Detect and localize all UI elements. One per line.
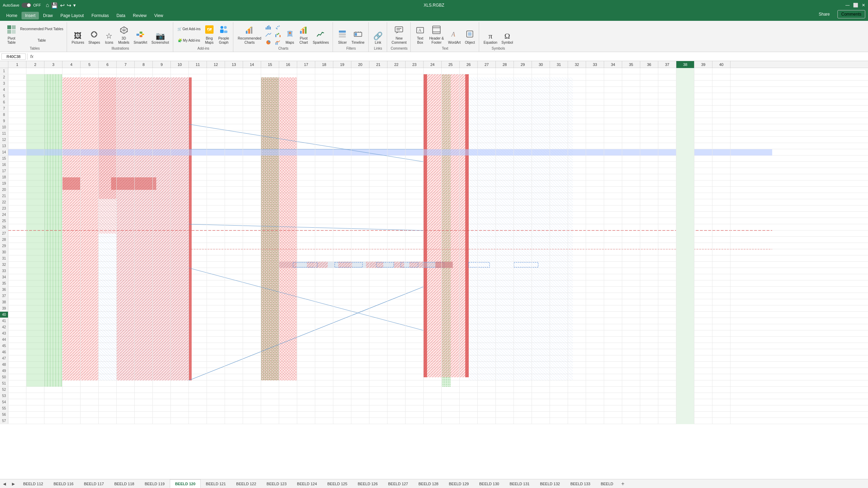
cell-r36-c10[interactable]	[171, 287, 189, 293]
cell-r41-c16[interactable]	[279, 318, 297, 324]
cell-r9-c16[interactable]	[279, 118, 297, 124]
cell-r25-c27[interactable]	[478, 218, 496, 224]
cell-r10-c37[interactable]	[658, 124, 676, 131]
cell-r14-c23[interactable]	[406, 149, 424, 155]
cell-r29-c27[interactable]	[478, 243, 496, 249]
col-header-26[interactable]: 26	[460, 61, 478, 68]
cell-r14-c6[interactable]	[99, 149, 117, 155]
cell-r7-c11[interactable]	[189, 106, 207, 112]
cell-r46-c32[interactable]	[568, 349, 586, 355]
cell-r27-c8[interactable]	[135, 230, 153, 237]
cell-r48-c37[interactable]	[658, 362, 676, 368]
cell-r13-c38[interactable]	[676, 143, 694, 149]
cell-r38-c22[interactable]	[387, 299, 406, 305]
cell-r32-c7[interactable]	[117, 262, 135, 268]
cell-r50-c34[interactable]	[604, 374, 622, 380]
cell-r35-c36[interactable]	[640, 280, 658, 287]
cell-r23-c1[interactable]	[8, 205, 26, 212]
cell-r37-c4[interactable]	[62, 293, 81, 299]
cell-r17-c19[interactable]	[333, 168, 351, 174]
cell-r12-c23[interactable]	[406, 137, 424, 143]
cell-r14-c12[interactable]	[207, 149, 225, 155]
row-header-32[interactable]: 32	[0, 262, 8, 268]
row-header-49[interactable]: 49	[0, 368, 8, 374]
cell-r16-c29[interactable]	[514, 162, 532, 168]
row-header-28[interactable]: 28	[0, 237, 8, 243]
cell-r13-c4[interactable]	[62, 143, 81, 149]
cell-r22-c16[interactable]	[279, 199, 297, 205]
cell-r52-c21[interactable]	[369, 387, 387, 393]
cell-r53-c24[interactable]	[424, 393, 442, 399]
cell-r33-c28[interactable]	[496, 268, 514, 274]
cell-r33-c30[interactable]	[532, 268, 550, 274]
cell-r30-c29[interactable]	[514, 249, 532, 255]
cell-r53-c7[interactable]	[117, 393, 135, 399]
cell-r41-c5[interactable]	[81, 318, 99, 324]
cell-r18-c37[interactable]	[658, 174, 676, 180]
cell-r36-c32[interactable]	[568, 287, 586, 293]
cell-r54-c25[interactable]	[442, 399, 460, 405]
cell-r2-c36[interactable]	[640, 74, 658, 81]
cell-r15-c33[interactable]	[586, 155, 604, 162]
cell-r44-c38[interactable]	[676, 337, 694, 343]
cell-r50-c39[interactable]	[694, 374, 712, 380]
cell-r4-c1[interactable]	[8, 87, 26, 93]
cell-r7-c39[interactable]	[694, 106, 712, 112]
cell-r6-c38[interactable]	[676, 99, 694, 106]
cell-r30-c6[interactable]	[99, 249, 117, 255]
col-header-16[interactable]: 16	[279, 61, 297, 68]
cell-r38-c10[interactable]	[171, 299, 189, 305]
cell-r43-c29[interactable]	[514, 330, 532, 337]
cell-r52-c17[interactable]	[297, 387, 315, 393]
cell-r14-c29[interactable]	[514, 149, 532, 155]
col-header-25[interactable]: 25	[442, 61, 460, 68]
cell-r37-c35[interactable]	[622, 293, 640, 299]
cell-r43-c3[interactable]	[44, 330, 62, 337]
cell-r31-c30[interactable]	[532, 255, 550, 262]
cell-r31-c27[interactable]	[478, 255, 496, 262]
cell-r22-c31[interactable]	[550, 199, 568, 205]
cell-r23-c36[interactable]	[640, 205, 658, 212]
row-header-16[interactable]: 16	[0, 162, 8, 168]
cell-r18-c36[interactable]	[640, 174, 658, 180]
cell-r57-c2[interactable]	[26, 418, 44, 424]
cell-r31-c8[interactable]	[135, 255, 153, 262]
cell-r34-c35[interactable]	[622, 274, 640, 280]
cell-r1-c27[interactable]	[478, 68, 496, 74]
row-header-13[interactable]: 13	[0, 143, 8, 149]
cell-r56-c18[interactable]	[315, 412, 333, 418]
cell-r22-c19[interactable]	[333, 199, 351, 205]
save-icon[interactable]: 💾	[51, 2, 58, 9]
cell-r28-c7[interactable]	[117, 237, 135, 243]
cell-r46-c9[interactable]	[153, 349, 171, 355]
cell-r18-c8[interactable]	[135, 174, 153, 180]
cell-r16-c5[interactable]	[81, 162, 99, 168]
cell-r38-c39[interactable]	[694, 299, 712, 305]
cell-r55-c28[interactable]	[496, 405, 514, 412]
cell-r11-c29[interactable]	[514, 131, 532, 137]
cell-r49-c38[interactable]	[676, 368, 694, 374]
cell-r13-c12[interactable]	[207, 143, 225, 149]
cell-r32-c30[interactable]	[532, 262, 550, 268]
cell-r31-c22[interactable]	[387, 255, 406, 262]
cell-r53-c40[interactable]	[712, 393, 731, 399]
cell-r14-c7[interactable]	[117, 149, 135, 155]
cell-r32-c13[interactable]	[225, 262, 243, 268]
cell-r18-c21[interactable]	[369, 174, 387, 180]
cell-r10-c20[interactable]	[351, 124, 369, 131]
cell-r16-c32[interactable]	[568, 162, 586, 168]
cell-r47-c3[interactable]	[44, 355, 62, 362]
cell-r33-c33[interactable]	[586, 268, 604, 274]
cell-r56-c16[interactable]	[279, 412, 297, 418]
cell-r3-c21[interactable]	[369, 81, 387, 87]
cell-r36-c40[interactable]	[712, 287, 731, 293]
cell-r43-c18[interactable]	[315, 330, 333, 337]
cell-r32-c39[interactable]	[694, 262, 712, 268]
cell-r50-c25[interactable]	[442, 374, 460, 380]
cell-r55-c17[interactable]	[297, 405, 315, 412]
cell-r25-c8[interactable]	[135, 218, 153, 224]
cell-r42-c16[interactable]	[279, 324, 297, 330]
cell-r38-c30[interactable]	[532, 299, 550, 305]
cell-r5-c34[interactable]	[604, 93, 622, 99]
cell-r2-c20[interactable]	[351, 74, 369, 81]
